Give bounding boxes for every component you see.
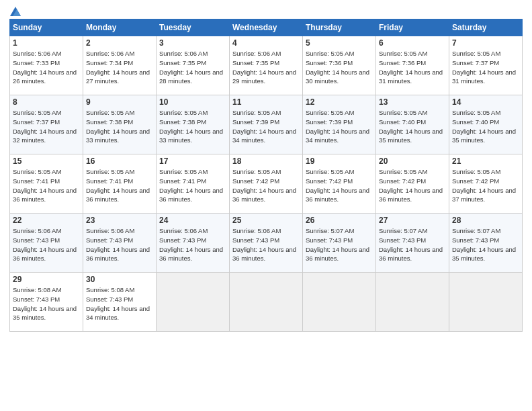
day-number: 9 bbox=[86, 97, 153, 107]
sunrise-label: Sunrise: 5:06 AM bbox=[159, 50, 208, 57]
sunrise-label: Sunrise: 5:05 AM bbox=[306, 109, 354, 116]
sunset-label: Sunset: 7:42 PM bbox=[452, 177, 499, 185]
day-info: Sunrise: 5:05 AM Sunset: 7:39 PM Dayligh… bbox=[306, 108, 373, 145]
sunrise-label: Sunrise: 5:05 AM bbox=[159, 168, 208, 175]
day-number: 19 bbox=[306, 156, 373, 166]
calendar-cell-14: 14 Sunrise: 5:05 AM Sunset: 7:40 PM Dayl… bbox=[449, 95, 523, 154]
sunrise-label: Sunrise: 5:06 AM bbox=[232, 227, 281, 234]
calendar-header-thursday: Thursday bbox=[303, 19, 376, 36]
sunset-label: Sunset: 7:42 PM bbox=[379, 177, 426, 185]
calendar-cell-24: 24 Sunrise: 5:06 AM Sunset: 7:43 PM Dayl… bbox=[157, 214, 230, 273]
sunset-label: Sunset: 7:41 PM bbox=[159, 177, 206, 185]
daylight-label: Daylight: 14 hours and 36 minutes. bbox=[159, 246, 223, 263]
sunset-label: Sunset: 7:43 PM bbox=[13, 236, 60, 244]
day-info: Sunrise: 5:06 AM Sunset: 7:43 PM Dayligh… bbox=[86, 226, 153, 263]
day-number: 16 bbox=[86, 156, 153, 166]
calendar-cell-28: 28 Sunrise: 5:07 AM Sunset: 7:43 PM Dayl… bbox=[449, 214, 523, 273]
daylight-label: Daylight: 14 hours and 35 minutes. bbox=[13, 305, 77, 322]
calendar-cell-empty bbox=[230, 273, 303, 332]
calendar-cell-5: 5 Sunrise: 5:05 AM Sunset: 7:36 PM Dayli… bbox=[303, 36, 376, 95]
sunrise-label: Sunrise: 5:05 AM bbox=[379, 50, 427, 57]
sunset-label: Sunset: 7:43 PM bbox=[306, 236, 353, 244]
sunset-label: Sunset: 7:43 PM bbox=[379, 236, 426, 244]
sunset-label: Sunset: 7:33 PM bbox=[13, 59, 60, 66]
sunset-label: Sunset: 7:43 PM bbox=[86, 236, 133, 244]
daylight-label: Daylight: 14 hours and 29 minutes. bbox=[232, 68, 296, 85]
calendar-cell-22: 22 Sunrise: 5:06 AM Sunset: 7:43 PM Dayl… bbox=[10, 214, 83, 273]
day-number: 22 bbox=[13, 216, 80, 225]
calendar-cell-empty bbox=[449, 273, 523, 332]
calendar-cell-13: 13 Sunrise: 5:05 AM Sunset: 7:40 PM Dayl… bbox=[376, 95, 449, 154]
day-number: 25 bbox=[232, 216, 300, 225]
day-number: 24 bbox=[159, 216, 226, 225]
calendar-header-wednesday: Wednesday bbox=[230, 19, 303, 36]
day-info: Sunrise: 5:06 AM Sunset: 7:35 PM Dayligh… bbox=[232, 49, 300, 86]
calendar-cell-9: 9 Sunrise: 5:05 AM Sunset: 7:38 PM Dayli… bbox=[83, 95, 157, 154]
calendar-cell-23: 23 Sunrise: 5:06 AM Sunset: 7:43 PM Dayl… bbox=[83, 214, 157, 273]
day-info: Sunrise: 5:05 AM Sunset: 7:42 PM Dayligh… bbox=[232, 167, 300, 204]
day-number: 7 bbox=[452, 38, 519, 48]
page: SundayMondayTuesdayWednesdayThursdayFrid… bbox=[0, 0, 532, 411]
daylight-label: Daylight: 14 hours and 33 minutes. bbox=[159, 128, 223, 144]
sunset-label: Sunset: 7:34 PM bbox=[86, 59, 133, 66]
day-info: Sunrise: 5:06 AM Sunset: 7:43 PM Dayligh… bbox=[13, 226, 80, 263]
day-info: Sunrise: 5:06 AM Sunset: 7:43 PM Dayligh… bbox=[159, 226, 226, 263]
day-number: 13 bbox=[379, 97, 446, 107]
daylight-label: Daylight: 14 hours and 33 minutes. bbox=[86, 128, 150, 144]
day-number: 12 bbox=[306, 97, 373, 107]
daylight-label: Daylight: 14 hours and 36 minutes. bbox=[379, 187, 443, 203]
sunrise-label: Sunrise: 5:08 AM bbox=[86, 286, 134, 293]
day-info: Sunrise: 5:08 AM Sunset: 7:43 PM Dayligh… bbox=[86, 285, 153, 322]
day-info: Sunrise: 5:05 AM Sunset: 7:37 PM Dayligh… bbox=[13, 108, 80, 145]
calendar-week-5: 29 Sunrise: 5:08 AM Sunset: 7:43 PM Dayl… bbox=[10, 273, 523, 332]
sunrise-label: Sunrise: 5:06 AM bbox=[86, 50, 134, 57]
calendar-cell-30: 30 Sunrise: 5:08 AM Sunset: 7:43 PM Dayl… bbox=[83, 273, 157, 332]
day-number: 23 bbox=[86, 216, 153, 225]
day-info: Sunrise: 5:05 AM Sunset: 7:40 PM Dayligh… bbox=[379, 108, 446, 145]
calendar-cell-21: 21 Sunrise: 5:05 AM Sunset: 7:42 PM Dayl… bbox=[449, 154, 523, 214]
sunset-label: Sunset: 7:36 PM bbox=[379, 59, 426, 66]
sunset-label: Sunset: 7:41 PM bbox=[13, 177, 60, 185]
sunset-label: Sunset: 7:35 PM bbox=[232, 59, 279, 66]
logo bbox=[9, 9, 21, 15]
calendar-cell-2: 2 Sunrise: 5:06 AM Sunset: 7:34 PM Dayli… bbox=[83, 36, 157, 95]
daylight-label: Daylight: 14 hours and 36 minutes. bbox=[86, 246, 150, 263]
calendar-header-saturday: Saturday bbox=[449, 19, 523, 36]
calendar-cell-7: 7 Sunrise: 5:05 AM Sunset: 7:37 PM Dayli… bbox=[449, 36, 523, 95]
day-number: 29 bbox=[13, 275, 80, 284]
sunset-label: Sunset: 7:37 PM bbox=[452, 59, 499, 66]
calendar-cell-6: 6 Sunrise: 5:05 AM Sunset: 7:36 PM Dayli… bbox=[376, 36, 449, 95]
calendar-cell-8: 8 Sunrise: 5:05 AM Sunset: 7:37 PM Dayli… bbox=[10, 95, 83, 154]
sunset-label: Sunset: 7:35 PM bbox=[159, 59, 206, 66]
day-number: 6 bbox=[379, 38, 446, 48]
sunset-label: Sunset: 7:43 PM bbox=[452, 236, 499, 244]
day-info: Sunrise: 5:05 AM Sunset: 7:42 PM Dayligh… bbox=[306, 167, 373, 204]
sunrise-label: Sunrise: 5:05 AM bbox=[379, 109, 427, 116]
daylight-label: Daylight: 14 hours and 36 minutes. bbox=[306, 187, 369, 203]
sunrise-label: Sunrise: 5:05 AM bbox=[13, 109, 61, 116]
sunrise-label: Sunrise: 5:05 AM bbox=[86, 168, 134, 175]
day-number: 4 bbox=[232, 38, 300, 48]
sunrise-label: Sunrise: 5:05 AM bbox=[159, 109, 208, 116]
sunrise-label: Sunrise: 5:05 AM bbox=[306, 50, 354, 57]
day-info: Sunrise: 5:07 AM Sunset: 7:43 PM Dayligh… bbox=[306, 226, 373, 263]
day-number: 3 bbox=[159, 38, 226, 48]
daylight-label: Daylight: 14 hours and 37 minutes. bbox=[452, 187, 516, 203]
daylight-label: Daylight: 14 hours and 36 minutes. bbox=[159, 187, 223, 203]
sunrise-label: Sunrise: 5:06 AM bbox=[13, 227, 61, 234]
calendar-header-row: SundayMondayTuesdayWednesdayThursdayFrid… bbox=[10, 19, 523, 36]
calendar-cell-26: 26 Sunrise: 5:07 AM Sunset: 7:43 PM Dayl… bbox=[303, 214, 376, 273]
day-number: 15 bbox=[13, 156, 80, 166]
sunrise-label: Sunrise: 5:06 AM bbox=[86, 227, 134, 234]
calendar-cell-25: 25 Sunrise: 5:06 AM Sunset: 7:43 PM Dayl… bbox=[230, 214, 303, 273]
day-info: Sunrise: 5:05 AM Sunset: 7:40 PM Dayligh… bbox=[452, 108, 519, 145]
sunset-label: Sunset: 7:36 PM bbox=[306, 59, 353, 66]
day-info: Sunrise: 5:05 AM Sunset: 7:39 PM Dayligh… bbox=[232, 108, 300, 145]
sunset-label: Sunset: 7:38 PM bbox=[159, 118, 206, 126]
daylight-label: Daylight: 14 hours and 35 minutes. bbox=[452, 128, 516, 144]
daylight-label: Daylight: 14 hours and 34 minutes. bbox=[86, 305, 150, 322]
daylight-label: Daylight: 14 hours and 32 minutes. bbox=[13, 128, 77, 144]
calendar-cell-29: 29 Sunrise: 5:08 AM Sunset: 7:43 PM Dayl… bbox=[10, 273, 83, 332]
sunset-label: Sunset: 7:43 PM bbox=[13, 295, 60, 303]
daylight-label: Daylight: 14 hours and 36 minutes. bbox=[13, 246, 77, 263]
